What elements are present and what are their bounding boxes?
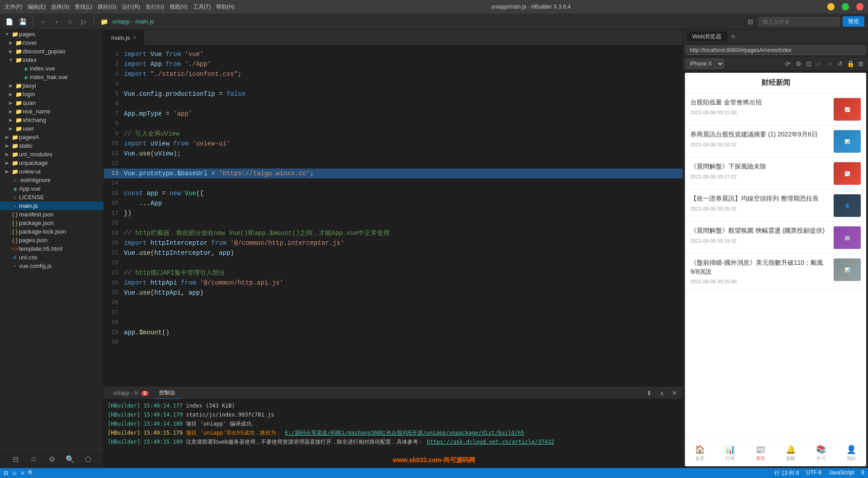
tree-item-license[interactable]: ○ LICENSE: [0, 193, 104, 202]
back-button[interactable]: ‹: [38, 16, 48, 27]
code-line-20: 20 import httpInterceptor from '@/common…: [104, 238, 683, 248]
nav-item-home[interactable]: 🏠 首页: [685, 443, 715, 464]
export-button[interactable]: ⬆: [645, 389, 654, 398]
menu-file[interactable]: 文件(F): [5, 3, 22, 11]
bookmark-button[interactable]: ☆: [65, 16, 75, 27]
tree-item-eslintignore[interactable]: ○ .eslintignore: [0, 176, 104, 184]
nav-item-remind[interactable]: 🔔 提醒: [775, 443, 806, 464]
menu-view[interactable]: 视图(V): [170, 3, 188, 11]
log-link-1[interactable]: E:/源码分享渠道/码商1/mashang360红色台股VUE开源/uniapp…: [285, 430, 524, 436]
refresh-button[interactable]: ↺: [835, 59, 844, 68]
nav-item-profile[interactable]: 👤 我的: [836, 443, 866, 464]
bookmark-icon[interactable]: ⊞: [856, 59, 865, 68]
toolbar: 📄 💾 ‹ › ☆ ▷ 📁 uniapp › main.js ⊟ 预览: [0, 14, 868, 30]
browser-close-button[interactable]: ✕: [731, 33, 736, 40]
code-line-19: 19 // http拦截器，将此部分放在new Vue()和app.$mount…: [104, 228, 683, 238]
code-line-12: 12: [104, 159, 683, 169]
tree-item-cover[interactable]: ▶ 📁 cover: [0, 38, 104, 47]
learn-nav-icon: 📚: [816, 445, 826, 455]
browser-url-input[interactable]: [686, 46, 865, 55]
tree-item-vue-config[interactable]: ◦ vue.config.js: [0, 262, 104, 270]
code-editor[interactable]: 1 import Vue from 'vue' 2 import App fro…: [104, 46, 683, 387]
code-line-29: 29 app.$mount(): [104, 328, 683, 337]
menu-find[interactable]: 查找(L): [75, 3, 92, 11]
nav-item-news[interactable]: 📰 资讯: [745, 443, 776, 464]
settings-icon[interactable]: ⚙: [794, 59, 803, 68]
news-item-3[interactable]: 【統一證券晨訊】均線空頭排列 整理期恐拉長 2022-09-06 09:25:3…: [685, 190, 866, 222]
sidebar-icon-1[interactable]: ⊟: [10, 454, 21, 464]
tree-item-quan[interactable]: ▶ 📁 quan: [0, 98, 104, 107]
breadcrumb-file[interactable]: main.js: [135, 18, 154, 25]
save-button[interactable]: 💾: [17, 16, 28, 27]
tree-item-unpackage[interactable]: ▶ 📁 unpackage: [0, 159, 104, 167]
minimize-button[interactable]: [827, 3, 835, 10]
news-item-5[interactable]: 《盤前掃瞄-國外消息》美元指數升破110；颱風9/8演說 2022-09-06 …: [685, 254, 866, 289]
close-panel-button[interactable]: ✕: [670, 389, 679, 398]
log-link-2[interactable]: https://ask.dcloud.net.cn/article/37432: [427, 439, 554, 445]
menu-goto[interactable]: 跳转(G): [98, 3, 116, 11]
tree-item-package-lock-json[interactable]: { } package-lock.json: [0, 227, 104, 236]
menu-bar: 文件(F) 编辑(E) 选择(S) 查找(L) 跳转(G) 运行(R) 发行(U…: [5, 3, 235, 11]
sidebar-icon-5[interactable]: ⬡: [83, 454, 94, 464]
tree-item-pagesA[interactable]: ▶ 📁 pagesA: [0, 133, 104, 141]
tree-item-login[interactable]: ▶ 📁 login: [0, 90, 104, 98]
tree-item-app-vue[interactable]: ◈ App.vue: [0, 184, 104, 193]
run-button[interactable]: ▷: [78, 16, 89, 27]
bottom-tab-uniapp[interactable]: uniapp - H 9: [108, 388, 154, 398]
tree-item-index-bak-vue[interactable]: ◈ index_bak.vue: [0, 73, 104, 81]
menu-tools[interactable]: 工具(T): [193, 3, 211, 11]
tree-item-static[interactable]: ▶ 📁 static: [0, 141, 104, 150]
tree-item-manifest-json[interactable]: { } manifest.json: [0, 210, 104, 219]
sidebar-icon-2[interactable]: ☺: [28, 454, 39, 464]
collapse-button[interactable]: ∧: [657, 389, 666, 398]
forward-button[interactable]: ›: [51, 16, 62, 27]
device-selector[interactable]: iPhone X iPhone 11 iPhone 12 iPad: [686, 59, 724, 69]
maximize-button[interactable]: [842, 3, 849, 10]
tab-close-icon[interactable]: ✕: [132, 35, 137, 41]
nav-item-learn[interactable]: 📚 学习: [806, 443, 836, 464]
nav-item-market[interactable]: 📊 行情: [715, 443, 745, 464]
viewport-button[interactable]: ⊡: [804, 59, 813, 68]
news-text-5: 《盤前掃瞄-國外消息》美元指數升破110；颱風9/8演說 2022-09-06 …: [690, 258, 830, 284]
tree-item-user[interactable]: ▶ 📁 user: [0, 124, 104, 133]
new-file-button[interactable]: 📄: [4, 16, 14, 27]
browser-tab-web[interactable]: Web浏览器: [687, 32, 727, 42]
tree-item-shichang[interactable]: ▶ 📁 shichang: [0, 116, 104, 124]
preview-button[interactable]: 预览: [843, 16, 864, 27]
sidebar-icon-3[interactable]: ⚙: [47, 454, 57, 464]
tree-item-uni-modules[interactable]: ▶ 📁 uni_modules: [0, 150, 104, 159]
news-item-2[interactable]: 《晨間解盤》下探風險未除 2022-09-06 09:27:22 📉: [685, 158, 866, 190]
menu-help[interactable]: 帮助(H): [216, 3, 235, 11]
editor-tab-main-js[interactable]: main.js ✕: [104, 30, 144, 45]
tree-item-jiaoyi[interactable]: ▶ 📁 jiaoyi: [0, 81, 104, 90]
menu-publish[interactable]: 发行(U): [146, 3, 164, 11]
phone-preview: 财经新闻 台股陷低量 金管會將出招 2022-09-06 09:31:00 📈 …: [685, 73, 866, 466]
log-line-2: [HBuilder] 15:49:14.179 static/js/index.…: [108, 410, 679, 419]
tree-item-package-json[interactable]: { } package.json: [0, 219, 104, 227]
menu-edit[interactable]: 编辑(E): [28, 3, 46, 11]
forward-nav-button[interactable]: →: [825, 59, 834, 68]
news-item-1[interactable]: 券商晨訊台股投資建議摘要 (1) 2022年9月6日 2022-09-06 09…: [685, 126, 866, 158]
menu-select[interactable]: 选择(S): [51, 3, 69, 11]
tree-item-main-js[interactable]: ◦ main.js: [0, 202, 104, 210]
tree-item-discount[interactable]: ▶ 📁 discount_gupiao: [0, 47, 104, 56]
tree-item-pages-json[interactable]: { } pages.json: [0, 236, 104, 244]
tree-item-real-name[interactable]: ▶ 📁 real_name: [0, 107, 104, 116]
news-item-0[interactable]: 台股陷低量 金管會將出招 2022-09-06 09:31:00 📈: [685, 94, 866, 126]
close-button[interactable]: [856, 3, 863, 10]
breadcrumb-project[interactable]: uniapp: [112, 18, 130, 25]
tree-item-index-vue[interactable]: ◈ index.vue: [0, 64, 104, 73]
search-input[interactable]: [759, 17, 840, 26]
filter-button[interactable]: ⊟: [745, 16, 756, 27]
news-item-4[interactable]: 《晨間解盤》觀望氛圍 狹幅震盪 (國票投顧提供) 2022-09-06 09:1…: [685, 222, 866, 254]
tree-item-uni-css[interactable]: # uni.css: [0, 253, 104, 262]
bottom-tab-console[interactable]: 控制台: [154, 387, 181, 399]
tree-item-template-h5[interactable]: <> template.h5.html: [0, 244, 104, 253]
sidebar-icon-4[interactable]: 🔍: [65, 454, 75, 464]
menu-run[interactable]: 运行(R): [122, 3, 140, 11]
tree-item-index-folder[interactable]: ▼ 📁 index: [0, 56, 104, 64]
tree-item-uview-ui[interactable]: ▶ 📁 uview-ui: [0, 167, 104, 176]
rotate-button[interactable]: ⟳: [783, 59, 793, 68]
tree-item-pages[interactable]: ▼ 📁 pages: [0, 30, 104, 38]
back-nav-button[interactable]: ←: [815, 59, 824, 68]
